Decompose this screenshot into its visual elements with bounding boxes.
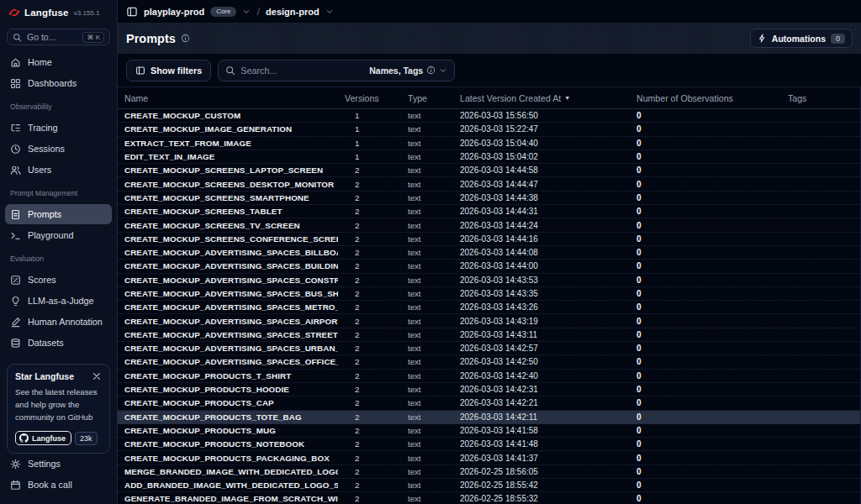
- created-at-cell: 2026-03-03 14:44:16: [453, 234, 630, 244]
- github-star-button[interactable]: Langfuse: [15, 431, 71, 445]
- prompt-name-cell: CREATE_MOCKUP_PRODUCTS_T_SHIRT: [118, 371, 338, 381]
- table-row[interactable]: ADD_BRANDED_IMAGE_WITH_DEDICATED_LOGO_SP…: [118, 479, 860, 492]
- column-header-name[interactable]: Name: [118, 93, 338, 103]
- created-at-cell: 2026-03-03 14:41:48: [453, 439, 630, 449]
- table-row[interactable]: GENERATE_BRANDED_IMAGE_FROM_SCRATCH_WITH…: [118, 492, 860, 504]
- table-row[interactable]: CREATE_MOCKUP_PRODUCTS_T_SHIRT2text2026-…: [118, 370, 860, 383]
- table-row[interactable]: CREATE_MOCKUP_ADVERTISING_SPACES_BUILDIN…: [118, 260, 860, 273]
- sidebar-item-settings[interactable]: Settings: [5, 454, 112, 474]
- table-body: CREATE_MOCKUP_CUSTOM1text2026-03-03 15:5…: [118, 109, 860, 504]
- sidebar-toggle-icon[interactable]: [126, 6, 138, 18]
- sidebar-item-human-annotation[interactable]: Human Annotation: [5, 312, 112, 332]
- prompt-name-cell: CREATE_MOCKUP_PRODUCTS_CAP: [118, 398, 338, 407]
- created-at-cell: 2026-03-03 14:44:47: [453, 180, 630, 189]
- observations-cell: 0: [630, 330, 781, 339]
- versions-cell: 2: [338, 494, 401, 503]
- table-row[interactable]: CREATE_MOCKUP_ADVERTISING_SPACES_METRO_S…: [118, 301, 860, 314]
- search-scope-dropdown[interactable]: Names, Tags: [369, 66, 447, 76]
- prompt-name-cell: CREATE_MOCKUP_PRODUCTS_PACKAGING_BOX: [118, 454, 338, 463]
- sidebar-item-scores[interactable]: Scores: [5, 270, 112, 290]
- table-row[interactable]: CREATE_MOCKUP_PRODUCTS_CAP2text2026-03-0…: [118, 396, 860, 410]
- close-icon[interactable]: [92, 371, 102, 381]
- table-row[interactable]: CREATE_MOCKUP_ADVERTISING_SPACES_BILLBOA…: [118, 246, 860, 260]
- table-row[interactable]: CREATE_MOCKUP_PRODUCTS_NOTEBOOK2text2026…: [118, 438, 860, 451]
- table-row[interactable]: CREATE_MOCKUP_PRODUCTS_MUG2text2026-03-0…: [118, 424, 860, 438]
- automations-label: Automations: [772, 34, 826, 44]
- table-row[interactable]: CREATE_MOCKUP_PRODUCTS_TOTE_BAG2text2026…: [118, 411, 860, 424]
- table-row[interactable]: EDIT_TEXT_IN_IMAGE1text2026-03-03 15:04:…: [118, 150, 860, 164]
- org-chevron-down-icon[interactable]: [242, 8, 251, 16]
- versions-cell: 2: [338, 261, 401, 270]
- sidebar-section-label: Observability: [0, 94, 117, 114]
- table-row[interactable]: CREATE_MOCKUP_ADVERTISING_SPACES_BUS_SHE…: [118, 287, 860, 301]
- observations-cell: 0: [630, 480, 781, 490]
- calendar-icon: [10, 480, 21, 491]
- table-row[interactable]: CREATE_MOCKUP_SCREENS_TABLET2text2026-03…: [118, 205, 860, 218]
- created-at-cell: 2026-03-03 14:42:40: [453, 371, 630, 381]
- column-header-observations[interactable]: Number of Observations: [630, 93, 781, 103]
- table-row[interactable]: CREATE_MOCKUP_IMAGE_GENERATION1text2026-…: [118, 123, 860, 136]
- sidebar-item-tracing[interactable]: Tracing: [5, 118, 112, 138]
- lightbulb-icon: [10, 296, 21, 307]
- sidebar-item-datasets[interactable]: Datasets: [5, 333, 112, 353]
- column-header-created-at[interactable]: Latest Version Created At▼: [453, 93, 630, 103]
- logo[interactable]: Langfuse v3.155.1: [0, 0, 117, 24]
- table-row[interactable]: CREATE_MOCKUP_SCREENS_TV_SCREEN2text2026…: [118, 218, 860, 232]
- type-cell: text: [401, 276, 453, 285]
- observations-cell: 0: [630, 221, 781, 230]
- column-header-type[interactable]: Type: [401, 93, 453, 103]
- table-row[interactable]: EXTRACT_TEXT_FROM_IMAGE1text2026-03-03 1…: [118, 137, 860, 150]
- created-at-cell: 2026-03-03 14:42:11: [453, 412, 630, 422]
- table-row[interactable]: CREATE_MOCKUP_CUSTOM1text2026-03-03 15:5…: [118, 109, 860, 123]
- github-star-count[interactable]: 23k: [75, 432, 98, 445]
- created-at-cell: 2026-03-03 15:04:02: [453, 152, 630, 161]
- table-row[interactable]: MERGE_BRANDED_IMAGE_WITH_DEDICATED_LOGO_…: [118, 465, 860, 479]
- automations-button[interactable]: Automations 0: [750, 29, 853, 48]
- search-input[interactable]: [240, 66, 364, 76]
- created-at-cell: 2026-02-25 18:55:32: [453, 494, 630, 503]
- observations-cell: 0: [630, 412, 781, 422]
- prompt-name-cell: CREATE_MOCKUP_ADVERTISING_SPACES_BILLBOA…: [118, 248, 338, 257]
- home-icon: [10, 57, 21, 68]
- table-row[interactable]: CREATE_MOCKUP_ADVERTISING_SPACES_AIRPORT…: [118, 314, 860, 328]
- prompt-name-cell: EXTRACT_TEXT_FROM_IMAGE: [118, 139, 338, 148]
- show-filters-button[interactable]: Show filters: [126, 60, 211, 81]
- sidebar-item-prompts[interactable]: Prompts: [5, 204, 112, 224]
- versions-cell: 2: [338, 234, 401, 244]
- type-cell: text: [401, 371, 453, 381]
- sidebar-item-home[interactable]: Home: [5, 52, 112, 72]
- table-row[interactable]: CREATE_MOCKUP_SCREENS_DESKTOP_MONITOR2te…: [118, 177, 860, 191]
- gear-icon: [10, 459, 21, 470]
- org-breadcrumb[interactable]: playplay-prod: [144, 7, 204, 17]
- table-row[interactable]: CREATE_MOCKUP_SCREENS_LAPTOP_SCREEN2text…: [118, 164, 860, 177]
- column-header-versions[interactable]: Versions: [338, 93, 401, 103]
- table-row[interactable]: CREATE_MOCKUP_PRODUCTS_HOODIE2text2026-0…: [118, 383, 860, 396]
- sidebar-item-llm-as-a-judge[interactable]: LLM-as-a-Judge: [5, 291, 112, 311]
- sort-desc-icon: ▼: [564, 95, 570, 101]
- table-row[interactable]: CREATE_MOCKUP_SCREENS_SMARTPHONE2text202…: [118, 192, 860, 205]
- table-row[interactable]: CREATE_MOCKUP_ADVERTISING_SPACES_CONSTRU…: [118, 274, 860, 287]
- table-row[interactable]: CREATE_MOCKUP_ADVERTISING_SPACES_URBAN_P…: [118, 342, 860, 355]
- sidebar-item-playground[interactable]: Playground: [5, 225, 112, 245]
- sidebar-item-book-a-call[interactable]: Book a call: [5, 475, 112, 495]
- sidebar-item-dashboards[interactable]: Dashboards: [5, 73, 112, 93]
- column-header-tags[interactable]: Tags: [781, 93, 860, 103]
- goto-search[interactable]: Go to... ⌘ K: [7, 29, 110, 45]
- project-chevron-down-icon[interactable]: [325, 8, 334, 16]
- prompt-name-cell: CREATE_MOCKUP_IMAGE_GENERATION: [118, 124, 338, 134]
- sidebar-item-users[interactable]: Users: [5, 160, 112, 180]
- sidebar-nav-main: HomeDashboards: [0, 49, 117, 94]
- table-row[interactable]: CREATE_MOCKUP_ADVERTISING_SPACES_STREET_…: [118, 328, 860, 342]
- table-row[interactable]: CREATE_MOCKUP_ADVERTISING_SPACES_OFFICE_…: [118, 355, 860, 369]
- project-breadcrumb[interactable]: design-prod: [266, 7, 320, 17]
- versions-cell: 2: [338, 467, 401, 476]
- info-icon[interactable]: [181, 34, 190, 43]
- type-cell: text: [401, 165, 453, 175]
- show-filters-label: Show filters: [151, 66, 202, 76]
- breadcrumb-separator: /: [256, 5, 260, 18]
- created-at-cell: 2026-03-03 14:44:00: [453, 261, 630, 270]
- sidebar-item-sessions[interactable]: Sessions: [5, 139, 112, 159]
- table-row[interactable]: CREATE_MOCKUP_PRODUCTS_PACKAGING_BOX2tex…: [118, 451, 860, 465]
- table-row[interactable]: CREATE_MOCKUP_SCREENS_CONFERENCE_SCREEN2…: [118, 233, 860, 246]
- observations-cell: 0: [630, 180, 781, 189]
